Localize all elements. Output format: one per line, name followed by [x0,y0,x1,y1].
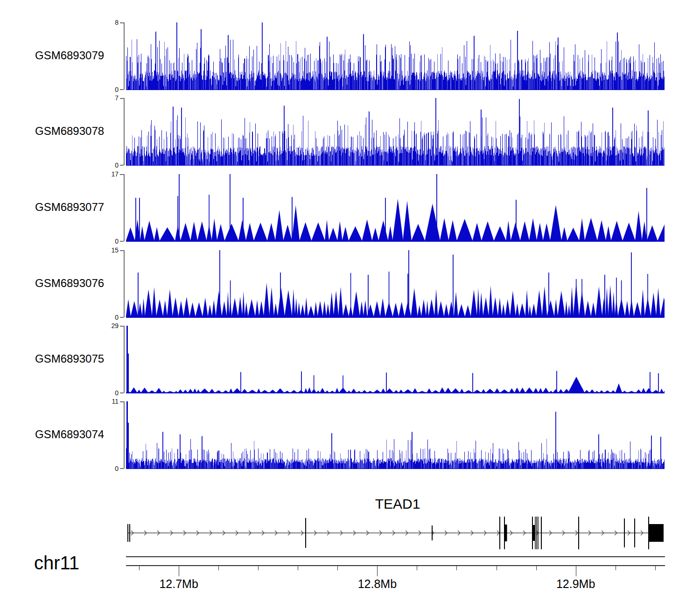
track-label-gsm6893077: GSM6893077 [35,201,124,214]
y-axis-line [124,174,125,241]
y-axis-top-tick [120,98,124,99]
y-axis-min-label: 0 [103,389,119,397]
genome-axis-band [126,556,665,566]
axis-minor-tick [616,566,616,570]
y-axis-max-label: 17 [103,170,119,178]
axis-minor-tick [497,566,497,570]
exon-bar [432,525,433,540]
exon-bar [634,518,635,547]
coverage-histogram-gsm6893079 [126,22,665,91]
y-axis-top-tick [120,22,124,23]
y-axis-top-tick [120,401,124,402]
track-label-gsm6893074: GSM6893074 [35,428,124,441]
chromosome-label: chr11 [34,553,79,574]
axis-minor-tick [218,566,219,570]
exon-bar [536,517,537,549]
exon-bar [532,517,533,549]
axis-tick-label: 12.7Mb [151,577,207,591]
exon-bar [127,524,128,542]
y-axis-max-label: 8 [103,19,119,26]
terminal-exon-box [649,524,664,542]
y-axis-top-tick [120,174,124,175]
coverage-histogram-gsm6893074 [126,401,665,469]
y-axis-max-label: 15 [103,246,119,254]
y-axis-bottom-tick [120,468,124,469]
genome-browser-figure: GSM689307980GSM689307870GSM6893077170GSM… [0,0,700,616]
exon-bar [624,518,625,547]
y-axis-min-label: 0 [103,465,119,472]
axis-major-tick [179,566,179,576]
exon-bar [129,524,130,542]
y-axis-bottom-tick [120,317,124,318]
exon-bar [541,517,542,549]
axis-major-tick [377,566,378,576]
y-axis-line [124,250,125,317]
axis-tick-label: 12.8Mb [349,577,405,591]
track-label-gsm6893079: GSM6893079 [35,49,124,62]
axis-minor-tick [139,566,140,570]
track-label-gsm6893075: GSM6893075 [35,352,124,365]
y-axis-max-label: 29 [103,322,119,329]
track-label-gsm6893078: GSM6893078 [35,125,124,138]
exon-bar [533,525,535,541]
y-axis-bottom-tick [120,241,124,242]
y-axis-bottom-tick [120,89,124,90]
coverage-histogram-gsm6893077 [126,174,665,242]
track-label-gsm6893076: GSM6893076 [35,277,124,290]
axis-minor-tick [417,566,417,570]
exon-bar [505,525,507,541]
exon-bar [305,518,306,548]
gene-model-svg [125,512,667,553]
y-axis-line [124,98,125,165]
coverage-histogram-gsm6893078 [126,98,665,166]
exon-bar [578,517,579,549]
y-axis-max-label: 11 [103,398,119,405]
y-axis-min-label: 0 [103,238,119,245]
axis-minor-tick [655,566,656,570]
y-axis-top-tick [120,250,124,251]
exon-bar [538,517,539,549]
exon-bar [499,517,500,549]
y-axis-min-label: 0 [103,161,119,169]
coverage-histogram-gsm6893076 [126,250,665,318]
y-axis-min-label: 0 [103,314,119,321]
axis-minor-tick [337,566,338,570]
axis-minor-tick [456,566,457,570]
y-axis-bottom-tick [120,392,124,393]
axis-major-tick [576,566,576,576]
y-axis-top-tick [120,326,124,327]
y-axis-line [124,326,125,393]
axis-minor-tick [298,566,298,570]
y-axis-line [124,22,125,90]
y-axis-max-label: 7 [103,94,119,102]
y-axis-line [124,401,125,469]
exon-bar [535,517,536,549]
coverage-histogram-gsm6893075 [126,326,665,394]
axis-minor-tick [536,566,537,570]
axis-tick-label: 12.9Mb [548,577,604,591]
gene-title: TEAD1 [342,496,454,512]
y-axis-min-label: 0 [103,86,119,93]
axis-minor-tick [258,566,259,570]
y-axis-bottom-tick [120,165,124,166]
